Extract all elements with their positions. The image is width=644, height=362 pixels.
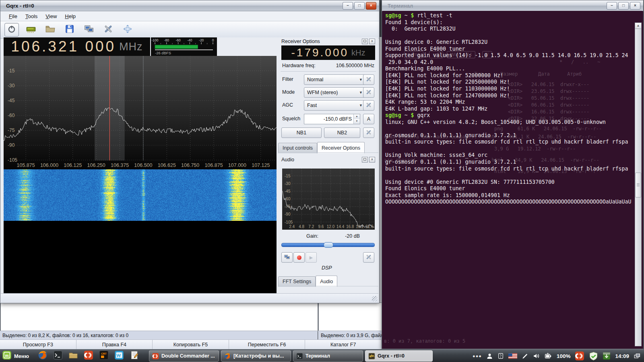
tab-input-controls[interactable]: Input controls xyxy=(278,143,317,153)
tray-overflow-icon[interactable]: ●●● xyxy=(473,354,482,358)
doublecmd-tray-icon[interactable] xyxy=(575,351,584,361)
toolbar-tools-button[interactable] xyxy=(101,23,116,37)
audio-options-button[interactable] xyxy=(363,252,374,263)
hardware-freq-value: 106.500000 MHz xyxy=(336,63,374,68)
gain-slider-handle[interactable] xyxy=(324,242,333,248)
audio-record-button[interactable] xyxy=(293,252,305,263)
toolbar-remote-button[interactable] xyxy=(82,23,96,37)
close-panel-icon[interactable] xyxy=(369,39,375,44)
gain-slider[interactable] xyxy=(281,243,375,247)
quick-launch-terminal-icon[interactable] xyxy=(53,350,63,362)
tab-receiver-options[interactable]: Receiver Options xyxy=(317,142,365,153)
save-icon xyxy=(64,24,75,36)
minimize-button[interactable]: – xyxy=(607,2,617,10)
quick-launch-editor-icon[interactable] xyxy=(130,350,139,362)
toolbar-power-button[interactable] xyxy=(4,23,19,37)
terminal-line: gr-osmosdr 0.1.1 (0.1.1) gnuradio 3.7.2.… xyxy=(385,132,635,139)
maximize-button[interactable]: □ xyxy=(618,2,629,10)
svg-text:-90: -90 xyxy=(8,142,15,148)
frequency-display[interactable]: 106.321 000 MHz xyxy=(4,37,150,56)
quick-launch-crt-icon[interactable]: CRT xyxy=(99,350,109,362)
task-button[interactable]: Gqrx - rtl=0 xyxy=(365,350,433,362)
terminal-line xyxy=(385,125,635,132)
audio-play-button[interactable]: ▶ xyxy=(305,252,317,263)
show-desktop-icon[interactable] xyxy=(634,352,641,360)
scrollbar-thumb[interactable] xyxy=(635,173,641,197)
task-button[interactable]: Double Commander ... xyxy=(149,350,219,362)
menu-item-tools[interactable]: Tools xyxy=(22,12,41,21)
nb1-button[interactable]: NB1 xyxy=(281,128,322,138)
agc-select[interactable]: Fast▼ xyxy=(304,100,366,111)
toolbar-open-folder-button[interactable] xyxy=(43,23,58,37)
task-button[interactable]: [Катастрофы и вы... xyxy=(221,350,291,362)
gqrx-statusbar xyxy=(1,293,378,302)
shield-check-icon[interactable] xyxy=(589,352,598,361)
nb-options-button[interactable] xyxy=(363,128,374,138)
terminal-body[interactable]: homesr0Win7_x64//* / .. ~Тип Размер Дата… xyxy=(382,11,643,349)
quick-launch-doublecmd-icon[interactable] xyxy=(84,350,93,362)
task-button[interactable]: Терминал xyxy=(293,350,363,362)
squelch-input[interactable]: -150,0 dBFS ▲▼ xyxy=(304,114,360,124)
quick-launch-folder-icon[interactable] xyxy=(68,350,78,362)
minimize-button[interactable]: – xyxy=(343,2,353,10)
filter-options-button[interactable] xyxy=(363,74,374,85)
terminal-line: sg@sg ~ $ gqrx xyxy=(385,112,635,119)
close-button[interactable]: × xyxy=(366,2,376,10)
float-panel-icon[interactable] xyxy=(362,157,368,162)
update-download-icon[interactable] xyxy=(603,352,611,360)
offset-frequency-display[interactable]: -179.000 kHz xyxy=(281,45,375,60)
function-key-f4[interactable]: Правка F4 xyxy=(76,340,153,350)
maximize-button[interactable]: □ xyxy=(354,2,365,10)
file-panel-right[interactable] xyxy=(318,302,382,331)
float-panel-icon[interactable] xyxy=(362,39,368,44)
keyboard-layout-flag-icon[interactable] xyxy=(508,352,517,360)
menu-item-view[interactable]: View xyxy=(42,12,60,21)
toolbar-pan-button[interactable] xyxy=(120,23,135,37)
function-key-f6[interactable]: Переместить F6 xyxy=(229,340,305,350)
battery-icon[interactable] xyxy=(545,352,552,360)
svg-text:-45: -45 xyxy=(285,189,291,193)
function-key-f5[interactable]: Копировать F5 xyxy=(153,340,229,350)
pen-icon[interactable] xyxy=(522,353,528,360)
toolbar-filler xyxy=(217,37,278,56)
agc-options-button[interactable] xyxy=(363,100,374,111)
function-key-f7[interactable]: Каталог F7 xyxy=(305,340,382,350)
chevron-down-icon: ▼ xyxy=(359,90,363,95)
quick-launch-firefox-icon[interactable] xyxy=(38,350,47,362)
user-icon[interactable] xyxy=(486,353,493,360)
gqrx-titlebar[interactable]: Gqrx - rtl=0 – □ × xyxy=(0,0,379,11)
nb2-button[interactable]: NB2 xyxy=(324,128,360,138)
close-button[interactable]: × xyxy=(630,2,640,10)
spin-up-icon[interactable]: ▲ xyxy=(354,114,360,119)
scroll-up-icon[interactable]: ▲ xyxy=(635,23,641,29)
terminal-scrollbar[interactable]: ▲ xyxy=(635,23,642,346)
terminal-line xyxy=(385,172,635,179)
file-panel-left[interactable] xyxy=(0,302,318,331)
toolbar-save-button[interactable] xyxy=(62,23,77,37)
volume-icon[interactable] xyxy=(533,352,540,360)
mode-select[interactable]: WFM (stereo)▼ xyxy=(304,87,366,98)
rf-spectrum-plot[interactable]: -15-30-45-60-75-90-105105.875106.000106.… xyxy=(4,56,277,169)
resize-grip[interactable] xyxy=(372,296,377,301)
waterfall-history[interactable] xyxy=(4,221,277,293)
tab-audio[interactable]: Audio xyxy=(316,276,337,287)
hardware-freq-label: Hardware freq: xyxy=(282,63,316,68)
close-panel-icon[interactable] xyxy=(369,157,375,162)
terminal-line: Found 1 device(s): xyxy=(385,19,635,26)
terminal-titlebar[interactable]: Терминал – □ × xyxy=(382,0,643,11)
quick-launch-w-app-icon[interactable] xyxy=(114,350,124,362)
menu-item-help[interactable]: Help xyxy=(61,12,79,21)
menu-item-file[interactable]: File xyxy=(5,12,21,21)
squelch-auto-button[interactable]: A xyxy=(363,114,374,124)
menu-button[interactable]: m Меню xyxy=(0,350,33,362)
filter-select[interactable]: Normal▼ xyxy=(304,74,366,85)
device-tray-icon[interactable] xyxy=(497,353,504,359)
audio-stream-button[interactable] xyxy=(281,252,293,263)
waterfall[interactable] xyxy=(4,169,277,221)
toolbar-device-button[interactable] xyxy=(24,23,38,37)
audio-spectrum-plot[interactable]: -15-30-45-60-75-90-1052.44.87.29.612.014… xyxy=(282,169,375,230)
tab-fft-settings[interactable]: FFT Settings xyxy=(278,276,316,287)
mode-options-button[interactable] xyxy=(363,87,374,98)
spin-down-icon[interactable]: ▼ xyxy=(354,119,360,124)
function-key-f3[interactable]: Просмотр F3 xyxy=(0,340,76,350)
